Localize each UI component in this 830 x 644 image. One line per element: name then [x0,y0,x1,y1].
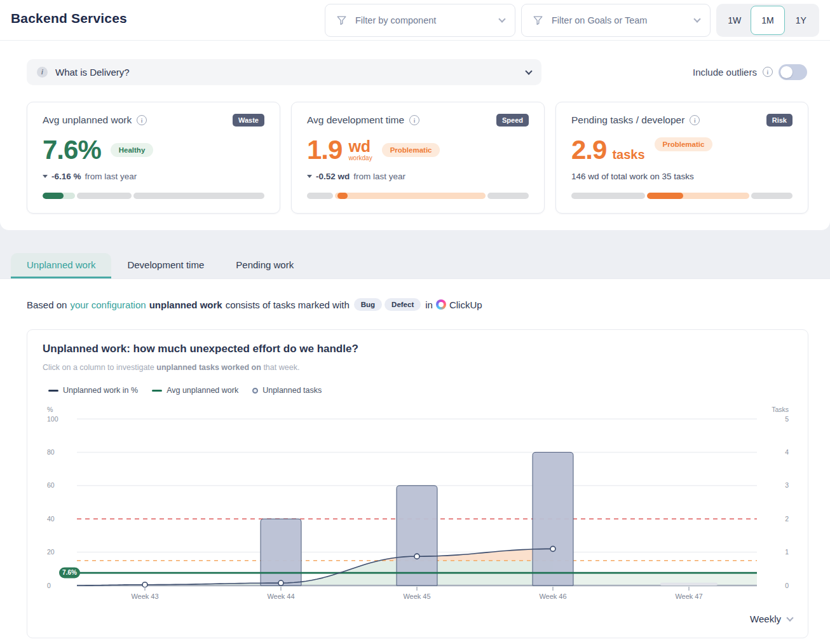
bar-week-45[interactable] [397,486,437,586]
config-middle: consists of tasks marked with [226,299,350,310]
chart-title: Unplanned work: how much unexpected effo… [43,343,358,355]
page-title: Backend Services [11,11,127,26]
waste-badge: Waste [233,114,264,127]
what-is-delivery-accordion[interactable]: i What is Delivery? [27,59,541,85]
kpi-value: 2.9 [571,135,606,165]
info-icon[interactable]: i [409,115,419,125]
kpi-delta: -0.52 wd [316,172,350,181]
tab-pending-work[interactable]: Pending work [220,253,310,278]
include-outliers-toggle[interactable] [779,64,807,80]
granularity-label: Weekly [750,613,781,624]
filter-placeholder: Filter by component [355,15,492,25]
right-tick-label: 3 [785,481,789,489]
config-bold: unplanned work [149,299,222,310]
kpi-delta: -6.16 % [51,172,81,181]
x-label-week-47: Week 47 [675,593,702,600]
info-icon[interactable]: i [137,115,147,125]
left-tick-label: 20 [47,548,55,556]
filter-by-component-dropdown[interactable]: Filter by component [325,4,515,37]
chart-canvas[interactable]: 7.6%Week 43Week 44Week 45Week 46Week 47%… [27,404,809,613]
info-icon: i [37,67,48,78]
bar-week-46[interactable] [533,452,573,586]
clickup-logo-icon [436,299,446,310]
range-button-1m[interactable]: 1M [751,6,784,35]
kpi-card-unplanned-work: Avg unplanned work i Waste 7.6% Healthy … [27,102,280,214]
chevron-down-icon [498,15,505,22]
chevron-down-icon [693,15,700,22]
avg-band-area [553,573,757,586]
tool-name: ClickUp [449,299,482,310]
progress-segment [43,193,75,199]
progress-segment [571,193,645,199]
content-panel: Based on your configuration unplanned wo… [0,278,830,644]
progress-segment [751,193,793,199]
kpi-progress-bar [307,193,529,199]
funnel-icon [532,15,544,27]
trend-down-icon [307,175,312,178]
chart-legend: Unplanned work in % Avg unplanned work U… [48,386,322,395]
kpi-title: Avg unplanned work [43,114,132,126]
x-label-week-45: Week 45 [403,593,430,600]
legend-unplanned-pct: Unplanned work in % [48,386,138,395]
chart-subtitle: Click on a column to investigate unplann… [43,363,299,372]
status-badge: Healthy [111,143,154,157]
kpi-delta-suffix: from last year [85,172,137,181]
status-badge: Problematic [382,143,440,157]
right-axis-unit: Tasks [772,406,789,413]
right-tick-label: 5 [785,415,789,423]
top-panel: Backend Services Filter by component Fil… [0,0,830,230]
range-button-1w[interactable]: 1W [718,6,751,35]
kpi-unit-sub: workday [348,155,372,161]
progress-segment [133,193,264,199]
x-label-week-43: Week 43 [131,593,158,600]
left-tick-label: 100 [47,415,58,423]
config-in: in [425,299,433,310]
bar-week-44[interactable] [261,519,301,586]
tab-development-time[interactable]: Development time [111,253,220,278]
data-point-week-43[interactable] [142,582,147,587]
kpi-title: Pending tasks / developer [571,114,684,126]
data-point-week-44[interactable] [278,580,283,586]
kpi-progress-bar [43,193,264,199]
header-divider [0,40,830,41]
range-button-1y[interactable]: 1Y [785,6,817,35]
granularity-dropdown[interactable]: Weekly [750,613,793,624]
config-prefix: Based on [27,299,67,310]
chevron-down-icon [525,67,532,74]
legend-unplanned-tasks: Unplanned tasks [252,386,322,395]
kpi-value: 1.9 [307,135,342,165]
speed-badge: Speed [496,114,529,127]
kpi-unit: wd [348,139,372,154]
progress-segment [307,193,333,199]
left-axis-unit: % [47,406,53,413]
kpi-unit: tasks [612,147,644,162]
kpi-card-pending-tasks: Pending tasks / developer i Risk 2.9 tas… [555,102,808,214]
your-configuration-link[interactable]: your configuration [70,299,146,310]
right-tick-label: 2 [785,515,789,523]
info-icon[interactable]: i [690,115,700,125]
include-outliers-row: Include outliers i [693,63,807,81]
avg-value-label: 7.6% [62,569,77,576]
configuration-sentence: Based on your configuration unplanned wo… [27,298,482,311]
data-point-week-45[interactable] [414,554,419,559]
progress-segment [77,193,132,199]
right-tick-label: 0 [785,582,789,589]
progress-segment [335,193,486,199]
bar-week-week-47-zero[interactable] [660,583,718,586]
unplanned-work-chart-card: Unplanned work: how much unexpected effo… [27,329,808,638]
kpi-delta-suffix: from last year [353,172,405,181]
metric-tabs: Unplanned workDevelopment timePending wo… [11,253,310,278]
data-point-week-46[interactable] [550,546,555,551]
filter-goals-team-dropdown[interactable]: Filter on Goals or Team [521,4,711,37]
tab-unplanned-work[interactable]: Unplanned work [11,253,111,278]
right-tick-label: 1 [785,548,789,556]
kpi-progress-bar [571,193,793,199]
kpi-value: 7.6% [43,135,101,165]
legend-avg-unplanned: Avg unplanned work [152,386,238,395]
kpi-title: Avg development time [307,114,404,126]
dot-swatch-icon [252,388,258,394]
chevron-down-icon [786,614,793,621]
status-badge: Problematic [655,137,713,151]
progress-fill [337,193,348,199]
progress-fill [43,193,64,199]
